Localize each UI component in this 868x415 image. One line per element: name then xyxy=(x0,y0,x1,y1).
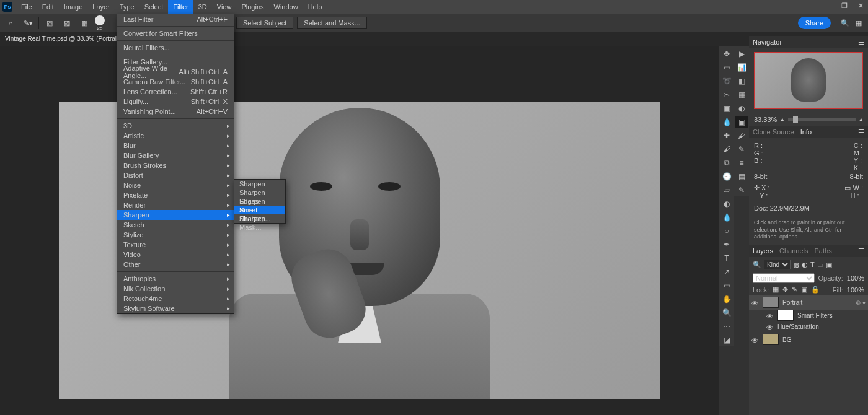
panel-menu-icon[interactable]: ☰ xyxy=(858,38,864,46)
menu-window[interactable]: Window xyxy=(269,0,303,14)
more-icon[interactable]: ⋯ xyxy=(720,321,733,332)
menu-view[interactable]: View xyxy=(212,0,237,14)
filter-item-blur-gallery[interactable]: Blur Gallery▸ xyxy=(117,151,234,160)
tool-preset-icon[interactable]: ✎ xyxy=(735,144,748,155)
menu-filter[interactable]: Filter xyxy=(168,0,193,14)
filter-shape-icon[interactable]: ▭ xyxy=(817,261,823,269)
filter-item-video[interactable]: Video▸ xyxy=(117,250,234,260)
menu-plugins[interactable]: Plugins xyxy=(236,0,268,14)
brushsettings-icon[interactable]: 🖌 xyxy=(735,130,748,141)
panel-menu-icon[interactable]: ☰ xyxy=(858,128,864,136)
filter-item-texture[interactable]: Texture▸ xyxy=(117,240,234,250)
pen-icon[interactable]: ✒ xyxy=(720,239,733,250)
filter-item-blur[interactable]: Blur▸ xyxy=(117,141,234,151)
subtract-selection-icon[interactable]: ▨ xyxy=(60,16,74,30)
workspace-icon[interactable]: ▦ xyxy=(856,19,862,27)
menu-file[interactable]: File xyxy=(16,0,37,14)
filter-item-render[interactable]: Render▸ xyxy=(117,200,234,210)
heal-icon[interactable]: ✚ xyxy=(720,130,733,141)
select-subject-button[interactable]: Select Subject xyxy=(236,17,293,29)
layers-icon[interactable]: ≡ xyxy=(735,157,748,168)
filter-item-lens-correction-[interactable]: Lens Correction...Shift+Ctrl+R xyxy=(117,87,234,97)
type-icon[interactable]: T xyxy=(720,253,733,264)
sharpen-item-smart-sharpen-[interactable]: Smart Sharpen... xyxy=(234,206,285,214)
sharpen-item-unsharp-mask-[interactable]: Unsharp Mask... xyxy=(234,214,285,223)
filter-pixel-icon[interactable]: ▩ xyxy=(793,261,799,269)
filter-item-sketch[interactable]: Sketch▸ xyxy=(117,220,234,230)
info-tab[interactable]: Info xyxy=(800,128,812,136)
hand-icon[interactable]: ✋ xyxy=(720,294,733,305)
clone-source-tab[interactable]: Clone Source xyxy=(753,128,794,136)
navigator-tab[interactable]: Navigator xyxy=(753,38,782,46)
lock-pos-icon[interactable]: ✥ xyxy=(782,286,788,294)
filter-item-pixelate[interactable]: Pixelate▸ xyxy=(117,190,234,200)
paths-icon[interactable]: ✎ xyxy=(735,185,748,196)
crop-icon[interactable]: ✂ xyxy=(720,89,733,100)
marquee-icon[interactable]: ▭ xyxy=(720,62,733,73)
layer-portrait[interactable]: 👁Portrait⊚ ▾ xyxy=(749,295,868,310)
visibility-icon[interactable]: 👁 xyxy=(751,300,759,305)
zoom-icon[interactable]: 🔍 xyxy=(720,307,733,318)
layer-smart-filters[interactable]: 👁Smart Filters xyxy=(749,310,868,321)
channels-tab[interactable]: Channels xyxy=(779,247,808,255)
color-icon[interactable]: ◧ xyxy=(735,76,748,87)
visibility-icon[interactable]: 👁 xyxy=(766,324,774,329)
kind-select[interactable]: Kind xyxy=(764,260,790,269)
filter-item-liquify-[interactable]: Liquify...Shift+Ctrl+X xyxy=(117,97,234,107)
filter-smart-icon[interactable]: ▣ xyxy=(826,261,832,269)
histogram-icon[interactable]: 📊 xyxy=(735,62,748,73)
add-selection-icon[interactable]: ▧ xyxy=(43,16,56,30)
zoom-slider[interactable] xyxy=(788,118,856,121)
search-icon[interactable]: 🔍 xyxy=(841,19,849,27)
menu-edit[interactable]: Edit xyxy=(37,0,59,14)
menu-layer[interactable]: Layer xyxy=(87,0,115,14)
layer-bg[interactable]: 👁BG xyxy=(749,332,868,347)
lock-all-icon[interactable]: ▦ xyxy=(773,286,779,294)
filter-adjust-icon[interactable]: ◐ xyxy=(802,261,808,269)
menu-help[interactable]: Help xyxy=(303,0,327,14)
brush-icon[interactable]: 🖌 xyxy=(720,144,733,155)
play-icon[interactable]: ▶ xyxy=(735,48,748,59)
filter-item-artistic[interactable]: Artistic▸ xyxy=(117,131,234,141)
brush-preset-icon[interactable]: ✎▾ xyxy=(21,16,35,30)
filter-item-sharpen[interactable]: Sharpen▸ xyxy=(117,210,234,220)
filter-item-distort[interactable]: Distort▸ xyxy=(117,170,234,180)
home-icon[interactable]: ⌂ xyxy=(4,16,17,30)
filter-item-other[interactable]: Other▸ xyxy=(117,260,234,269)
select-and-mask-button[interactable]: Select and Mask... xyxy=(297,17,367,29)
filter-item-adaptive-wide-angle-[interactable]: Adaptive Wide Angle...Alt+Shift+Ctrl+A xyxy=(117,67,234,77)
sharpen-item-sharpen[interactable]: Sharpen xyxy=(234,180,285,188)
channels-icon[interactable]: ▤ xyxy=(735,171,748,182)
lock-pixel-icon[interactable]: ✎ xyxy=(792,286,797,294)
lock-icon[interactable]: 🔒 xyxy=(811,286,820,294)
paths-tab[interactable]: Paths xyxy=(815,247,832,255)
layer-hue-saturation[interactable]: 👁Hue/Saturation xyxy=(749,321,868,332)
filter-item-noise[interactable]: Noise▸ xyxy=(117,180,234,190)
minimize-button[interactable]: ─ xyxy=(825,2,832,10)
intersect-selection-icon[interactable]: ▩ xyxy=(78,16,91,30)
close-button[interactable]: ✕ xyxy=(857,2,864,10)
navigator-preview[interactable] xyxy=(749,48,868,113)
sharpen-item-sharpen-edges[interactable]: Sharpen Edges xyxy=(234,188,285,197)
menu-type[interactable]: Type xyxy=(115,0,140,14)
eraser-icon[interactable]: ▱ xyxy=(720,185,733,196)
properties-icon[interactable]: ▣ xyxy=(735,116,748,128)
layers-tab[interactable]: Layers xyxy=(753,247,773,255)
sharpen-item-sharpen-more[interactable]: Sharpen More xyxy=(234,197,285,206)
maximize-button[interactable]: ❐ xyxy=(841,2,848,10)
filter-item-brush-strokes[interactable]: Brush Strokes▸ xyxy=(117,160,234,170)
menu-select[interactable]: Select xyxy=(140,0,169,14)
opacity-value[interactable]: 100% xyxy=(847,274,864,282)
filter-item-3d[interactable]: 3D▸ xyxy=(117,121,234,131)
filter-item-skylum-software[interactable]: Skylum Software▸ xyxy=(117,304,234,313)
filter-item-anthropics[interactable]: Anthropics▸ xyxy=(117,274,234,284)
shape-icon[interactable]: ▭ xyxy=(720,280,733,291)
lasso-icon[interactable]: ➰ xyxy=(720,76,733,87)
visibility-icon[interactable]: 👁 xyxy=(751,337,759,342)
filter-item-stylize[interactable]: Stylize▸ xyxy=(117,230,234,240)
lock-artboard-icon[interactable]: ▣ xyxy=(801,286,807,294)
visibility-icon[interactable]: 👁 xyxy=(766,313,774,318)
panel-menu-icon[interactable]: ☰ xyxy=(858,247,864,255)
history-icon[interactable]: 🕘 xyxy=(720,171,733,182)
stamp-icon[interactable]: ⧉ xyxy=(720,157,733,168)
